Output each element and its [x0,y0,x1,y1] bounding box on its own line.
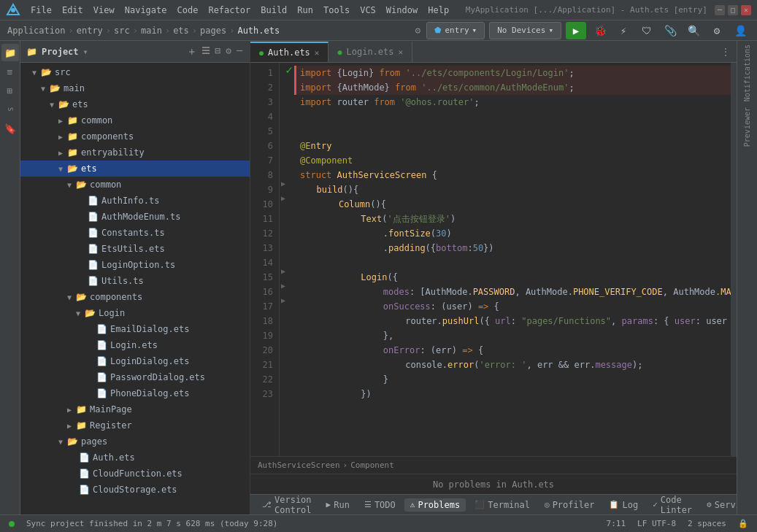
breadcrumb-main[interactable]: main [141,26,162,36]
project-collapse-icon[interactable]: ⊟ [214,44,223,60]
previewer-icon[interactable]: Previewer [739,118,756,136]
tree-item-utils[interactable]: 📄 Utils.ts [20,273,250,289]
tree-item-ets-top[interactable]: ▼ 📂 ets [20,96,250,112]
attach-button[interactable]: 📎 [661,22,680,39]
tree-item-phonedialog[interactable]: 📄 PhoneDialog.ets [20,385,250,401]
tree-item-login-ets[interactable]: 📄 Login.ets [20,337,250,353]
notifications-icon[interactable]: Notifications [740,44,755,102]
tree-item-src[interactable]: ▼ 📂 src [20,64,250,80]
tree-item-loginoption[interactable]: 📄 LoginOption.ts [20,257,250,273]
code-line-15[interactable]: Login({ [294,270,731,285]
vertical-scrollbar[interactable] [731,63,737,456]
tree-item-register[interactable]: ▶ 📁 Register [20,417,250,433]
code-line-6[interactable]: @Entry [294,139,731,153]
menu-tools[interactable]: Tools [319,4,354,17]
code-line-1[interactable]: import {Login} from '../ets/components/L… [294,66,731,80]
coverage-button[interactable]: 🛡 [637,22,656,39]
status-indent[interactable]: 2 spaces [685,519,729,528]
menu-vcs[interactable]: VCS [356,4,380,17]
entry-dropdown[interactable]: ⬟ entry ▾ [426,22,485,39]
devices-dropdown[interactable]: No Devices ▾ [489,22,561,39]
code-line-23[interactable]: }) [294,387,731,401]
menu-code[interactable]: Code [173,4,203,17]
sidebar-bookmarks-icon[interactable]: 🔖 [1,120,19,137]
tree-item-common-2[interactable]: ▼ 📂 common [20,177,250,193]
code-line-12[interactable]: .fontSize(30) [294,226,731,241]
tab-login-close[interactable]: ✕ [399,47,404,57]
terminal-tab[interactable]: ⬛ Terminal [469,498,536,512]
status-dot-item[interactable] [6,521,18,527]
profiler-tab[interactable]: ◎ Profiler [539,498,600,512]
code-line-22[interactable]: } [294,372,731,387]
tree-item-cloudstorage[interactable]: 📄 CloudStorage.ets [20,482,250,498]
code-line-4[interactable] [294,109,731,124]
sidebar-icon-2[interactable]: ≡ [1,63,19,80]
code-line-19[interactable]: }, [294,328,731,343]
todo-tab[interactable]: ☰ TODO [358,498,401,512]
tab-more-button[interactable]: ⋮ [715,42,737,62]
code-line-14[interactable] [294,255,731,270]
sidebar-icon-3[interactable]: ⊞ [1,82,19,99]
fold-icon-17[interactable]: ▶ [281,296,285,304]
breadcrumb-file[interactable]: Auth.ets [237,26,280,36]
code-line-10[interactable]: Column(){ [294,197,731,212]
tab-auth[interactable]: ● Auth.ets ✕ [250,42,328,62]
menu-run[interactable]: Run [293,4,318,17]
tree-item-common-1[interactable]: ▶ 📁 common [20,112,250,128]
tab-auth-close[interactable]: ✕ [315,48,320,58]
project-add-icon[interactable]: ＋ [185,44,198,60]
code-line-2[interactable]: import {AuthMode} from '../ets/common/Au… [294,80,731,95]
profile-button[interactable]: ⚡ [614,22,633,39]
tree-item-pages[interactable]: ▼ 📂 pages [20,433,250,450]
tree-item-entryability[interactable]: ▶ 📁 entryability [20,144,250,161]
menu-view[interactable]: View [89,4,119,17]
account-button[interactable]: 👤 [731,22,750,39]
run-tab[interactable]: ▶ Run [320,498,356,512]
breadcrumb-ets[interactable]: ets [173,26,189,36]
menu-file[interactable]: File [26,4,56,17]
code-line-18[interactable]: router.pushUrl({ url: "pages/Functions",… [294,314,731,328]
code-line-13[interactable]: .padding({bottom:50}) [294,241,731,255]
close-button[interactable]: ✕ [741,5,751,15]
breadcrumb-src[interactable]: src [114,26,130,36]
code-line-8[interactable]: struct AuthServiceScreen { [294,168,731,182]
tree-item-login-folder[interactable]: ▼ 📂 Login [20,305,250,321]
code-line-9[interactable]: build(){ [294,182,731,197]
code-line-21[interactable]: console.error('error: ', err && err.mess… [294,358,731,372]
project-settings-icon[interactable]: ⚙ [224,44,233,60]
breadcrumb-pages[interactable]: pages [200,26,226,36]
log-tab[interactable]: 📋 Log [603,498,644,512]
tree-item-etsutils[interactable]: 📄 EtsUtils.ets [20,241,250,257]
tree-item-logindialog[interactable]: 📄 LoginDialog.ets [20,353,250,369]
tree-item-mainpage[interactable]: ▶ 📁 MainPage [20,401,250,417]
code-linter-tab[interactable]: ✓ Code Linter [647,493,698,515]
project-close-icon[interactable]: ─ [235,44,244,60]
status-git-icon[interactable]: 🔒 [735,519,751,528]
code-line-11[interactable]: Text('点击按钮登录') [294,212,731,226]
breadcrumb-application[interactable]: Application [7,26,65,36]
run-button[interactable]: ▶ [566,22,586,39]
code-line-17[interactable]: onSuccess: (user) => { [294,299,731,314]
menu-navigate[interactable]: Navigate [120,4,172,17]
debug-button[interactable]: 🐞 [591,22,610,39]
sidebar-structure-icon[interactable]: S [1,101,19,118]
breadcrumb-entry[interactable]: entry [77,26,103,36]
menu-edit[interactable]: Edit [58,4,88,17]
status-encoding[interactable]: LF UTF-8 [634,519,679,528]
services-tab[interactable]: ⚙ Services [701,498,737,512]
code-line-5[interactable] [294,124,731,139]
tree-item-auth-ets[interactable]: 📄 Auth.ets [20,450,250,466]
minimize-button[interactable]: ─ [715,5,725,15]
code-line-7[interactable]: @Component [294,153,731,168]
code-line-20[interactable]: onError: (err) => { [294,343,731,358]
gear-icon[interactable]: ⚙ [414,23,423,37]
sidebar-project-icon[interactable]: 📁 [1,44,19,61]
tree-item-main[interactable]: ▼ 📂 main [20,80,250,96]
tree-item-authmodeenum[interactable]: 📄 AuthModeEnum.ts [20,209,250,225]
settings-button[interactable]: ⚙ [707,22,726,39]
tree-item-emaildialog[interactable]: 📄 EmailDialog.ets [20,321,250,337]
tree-item-cloudfunction[interactable]: 📄 CloudFunction.ets [20,466,250,482]
fold-icon-16[interactable]: ▶ [281,282,285,290]
tree-item-ets-selected[interactable]: ▼ 📂 ets [20,161,250,177]
tree-item-passworddialog[interactable]: 📄 PasswordDialog.ets [20,369,250,385]
